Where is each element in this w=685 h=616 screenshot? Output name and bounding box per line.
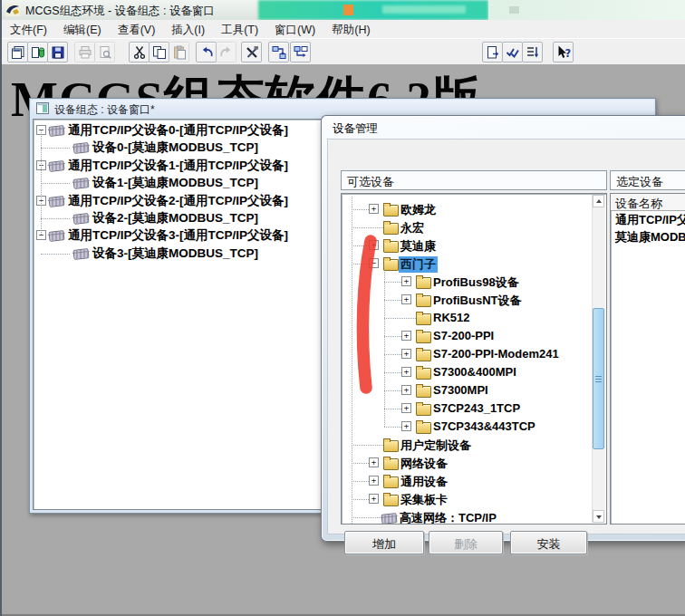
- folder-icon: [416, 313, 431, 325]
- menu-item-3[interactable]: 插入(I): [163, 20, 213, 38]
- tree-connector: [384, 282, 401, 283]
- available-device-item[interactable]: +通用设备: [342, 472, 606, 490]
- menu-item-6[interactable]: 帮助(H): [323, 20, 378, 38]
- menu-item-1[interactable]: 编辑(E): [55, 20, 110, 38]
- scrollbar-thumb[interactable]: [593, 308, 604, 449]
- available-device-item[interactable]: +S7CP243_1TCP: [342, 399, 606, 418]
- vertical-scrollbar[interactable]: [592, 195, 605, 523]
- available-device-item[interactable]: +ProfiBus98设备: [342, 273, 606, 291]
- copy-button[interactable]: [149, 42, 169, 63]
- available-device-item[interactable]: +ProfiBusNT设备: [342, 291, 606, 309]
- available-device-item[interactable]: +网络设备: [342, 454, 606, 472]
- available-device-item[interactable]: +S7-200-PPI-Modem241: [342, 345, 606, 363]
- tree-expand-icon[interactable]: +: [369, 240, 379, 250]
- tree-connector: [41, 218, 70, 219]
- undo-button[interactable]: [196, 42, 217, 63]
- properties-button[interactable]: [482, 42, 503, 63]
- menu-item-2[interactable]: 查看(V): [110, 20, 164, 38]
- available-device-item[interactable]: +采集板卡: [342, 490, 606, 508]
- syntax-check-icon: [506, 45, 520, 60]
- available-device-item[interactable]: 永宏: [342, 218, 606, 236]
- open-project-button[interactable]: [27, 42, 48, 63]
- tree-item-label: 设备1-[莫迪康MODBUS_TCP]: [92, 175, 258, 191]
- available-device-item[interactable]: 高速网络：TCP/IP: [342, 508, 606, 525]
- strategy-2-button[interactable]: [290, 42, 311, 63]
- folder-icon: [383, 440, 399, 452]
- save-button[interactable]: [47, 42, 68, 63]
- mdi-client-area: MCGS组态软件6.2版 设备组态 : 设备窗口* −通用TCP/IP父设备0-…: [2, 64, 685, 616]
- folder-icon: [416, 404, 431, 416]
- tree-expand-icon[interactable]: +: [401, 385, 411, 395]
- selected-devices-list[interactable]: 设备名称 通用TCP/IP父设备0莫迪康MODBUS_TCP: [610, 193, 685, 525]
- tree-expand-icon[interactable]: +: [401, 331, 411, 341]
- toolbox-icon: [245, 45, 259, 60]
- tree-item-label: 莫迪康: [399, 238, 438, 255]
- device-manager-dialog[interactable]: 设备管理 可选设备 选定设备 +欧姆龙永宏+莫迪康−西门子+ProfiBus98…: [321, 115, 685, 542]
- tree-expand-icon[interactable]: +: [401, 403, 411, 413]
- tree-item-label: 设备3-[莫迪康MODBUS_TCP]: [92, 245, 258, 262]
- tree-collapse-icon[interactable]: −: [369, 258, 379, 268]
- available-device-item[interactable]: 用户定制设备: [342, 436, 606, 454]
- tree-expand-icon[interactable]: +: [369, 457, 379, 467]
- available-devices-tree[interactable]: +欧姆龙永宏+莫迪康−西门子+ProfiBus98设备+ProfiBusNT设备…: [341, 193, 607, 525]
- folder-icon: [416, 277, 431, 289]
- tree-item-label: S7300MPI: [431, 383, 490, 397]
- tree-item-label-selected: 西门子: [399, 256, 438, 273]
- folder-icon: [416, 386, 431, 398]
- scroll-down-button[interactable]: [593, 510, 604, 523]
- tree-connector: [41, 183, 70, 184]
- sort-list-button[interactable]: [522, 42, 543, 63]
- menu-bar: 文件(F)编辑(E)查看(V)插入(I)工具(T)窗口(W)帮助(H): [2, 20, 685, 39]
- tree-expand-icon[interactable]: +: [369, 204, 379, 214]
- tree-item-label: 设备2-[莫迪康MODBUS_TCP]: [92, 210, 258, 226]
- available-device-item[interactable]: +莫迪康: [342, 236, 606, 255]
- toolbox-button[interactable]: [241, 42, 262, 63]
- available-device-item[interactable]: −西门子: [342, 255, 606, 273]
- folder-icon: [416, 422, 431, 434]
- tree-expand-icon[interactable]: +: [401, 276, 411, 286]
- background-window-icon-blur: [343, 5, 353, 15]
- available-device-item[interactable]: +S7300&400MPI: [342, 363, 606, 381]
- tree-item-label: ProfiBus98设备: [431, 274, 521, 291]
- available-device-item[interactable]: +S7300MPI: [342, 381, 606, 399]
- print-icon: [78, 45, 92, 60]
- menu-item-4[interactable]: 工具(T): [213, 20, 266, 38]
- install-button[interactable]: 安装: [510, 531, 587, 554]
- dialog-title: 设备管理: [333, 121, 378, 137]
- tree-expand-icon[interactable]: +: [401, 367, 411, 377]
- available-device-item[interactable]: +欧姆龙: [342, 200, 606, 218]
- context-help-button[interactable]: ?: [553, 42, 574, 63]
- scroll-up-button[interactable]: [593, 195, 604, 207]
- folder-icon: [383, 476, 399, 488]
- selected-device-row[interactable]: 通用TCP/IP父设备0: [611, 211, 685, 228]
- strategy-1-button[interactable]: [268, 42, 289, 63]
- toolbar: ?: [2, 38, 685, 66]
- tree-expand-icon[interactable]: +: [369, 476, 379, 486]
- tree-expand-icon[interactable]: +: [369, 494, 379, 504]
- undo-icon: [199, 45, 214, 60]
- tree-expand-icon[interactable]: +: [401, 349, 411, 359]
- sort-list-icon: [526, 45, 540, 60]
- add-button[interactable]: 增加: [344, 531, 424, 554]
- syntax-check-button[interactable]: [502, 42, 523, 63]
- tree-connector: [384, 409, 401, 409]
- new-window-button[interactable]: [7, 42, 28, 63]
- folder-icon: [383, 495, 399, 506]
- chip-device-icon: [72, 248, 89, 260]
- cut-button[interactable]: [129, 42, 150, 63]
- selected-device-row[interactable]: 莫迪康MODBUS_TCP: [611, 228, 685, 245]
- folder-icon: [416, 350, 431, 361]
- menu-item-0[interactable]: 文件(F): [2, 20, 55, 38]
- chip-device-icon: [48, 160, 64, 172]
- menu-item-5[interactable]: 窗口(W): [266, 20, 323, 38]
- folder-icon: [383, 458, 399, 470]
- tree-expand-icon[interactable]: +: [401, 294, 411, 304]
- tree-expand-icon[interactable]: +: [401, 421, 411, 431]
- paste-icon: [172, 45, 187, 60]
- tree-connector: [41, 148, 70, 149]
- available-device-item[interactable]: +S7-200-PPI: [342, 327, 606, 345]
- available-device-item[interactable]: +S7CP343&443TCP: [342, 418, 606, 436]
- available-device-item[interactable]: RK512: [342, 309, 606, 327]
- app-titlebar[interactable]: MCGS组态环境 - 设备组态 : 设备窗口: [2, 0, 685, 20]
- tree-connector: [384, 336, 401, 337]
